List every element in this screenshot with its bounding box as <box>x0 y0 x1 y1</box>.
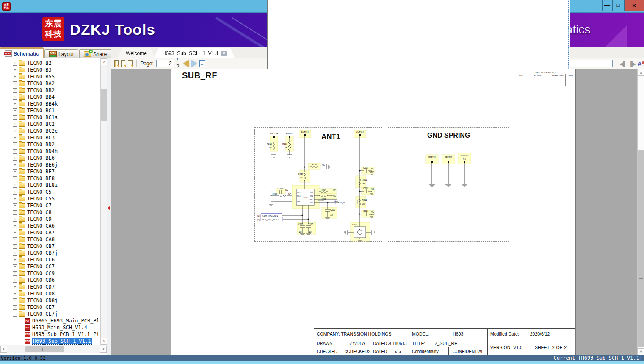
expand-plus-icon[interactable]: + <box>13 183 17 188</box>
tree-folder-row[interactable]: + TECNO BC1 <box>0 107 100 114</box>
tree-folder-row[interactable]: + TECNO CA8 <box>0 236 100 243</box>
find-next-icon[interactable]: ▐▶ <box>629 61 635 67</box>
tree-folder-row[interactable]: + TECNO BE6 <box>0 155 100 161</box>
expand-plus-icon[interactable]: + <box>13 149 17 154</box>
find-previous-icon[interactable]: ◀▌ <box>619 61 626 67</box>
tree-hscrollbar-thumb[interactable] <box>25 346 64 352</box>
tree-file-row[interactable]: PDF D6865_H693_Main_PCB_Place <box>0 317 100 324</box>
copy-page-alt-icon[interactable] <box>128 60 132 67</box>
expand-plus-icon[interactable]: + <box>13 102 17 106</box>
tree-file-row-selected[interactable]: PDF H693_Sub_SCH_1_V1.1 <box>0 338 100 345</box>
tree-folder-row[interactable]: + TECNO C7 <box>0 202 100 209</box>
tree-folder-row[interactable]: + TECNO CE7 <box>0 304 100 311</box>
document-scrollbar-thumb[interactable] <box>638 150 644 347</box>
expand-plus-icon[interactable]: + <box>13 163 17 167</box>
tree-folder-row[interactable]: + TECNO B5S <box>0 73 100 80</box>
tree-folder-row[interactable]: + TECNO C5 <box>0 189 100 195</box>
tree-folder-row[interactable]: + TECNO BD2 <box>0 141 100 148</box>
tree-horizontal-scrollbar[interactable]: < > <box>0 345 107 353</box>
panel-splitter[interactable] <box>107 58 111 355</box>
scroll-up-icon[interactable]: ∧ <box>101 58 108 65</box>
expand-plus-icon[interactable]: + <box>13 122 17 127</box>
scroll-up-icon[interactable]: ∧ <box>638 69 644 76</box>
collapse-minus-icon[interactable]: − <box>13 312 17 317</box>
expand-plus-icon[interactable]: + <box>13 169 17 174</box>
tree-folder-row[interactable]: + TECNO BD4h <box>0 148 100 155</box>
maximize-button[interactable]: □ <box>612 0 624 11</box>
expand-plus-icon[interactable]: + <box>13 197 17 201</box>
minimize-button[interactable]: — <box>602 0 612 11</box>
tree-folder-row[interactable]: + TECNO CC9 <box>0 270 100 277</box>
doc-tab-welcome[interactable]: Welcome <box>117 48 155 58</box>
expand-plus-icon[interactable]: + <box>13 278 17 283</box>
document-viewport[interactable]: SUB_RF REVISION RECORD LTR ECN NO. APPRO… <box>111 69 637 355</box>
tree-folder-row[interactable]: + TECNO BC3 <box>0 134 100 141</box>
expand-plus-icon[interactable]: + <box>13 129 17 133</box>
expand-plus-icon[interactable]: + <box>13 285 17 289</box>
expand-plus-icon[interactable]: + <box>13 210 17 215</box>
tree-folder-row[interactable]: + TECNO CD6 <box>0 277 100 283</box>
expand-plus-icon[interactable]: + <box>13 68 17 72</box>
tree-folder-row[interactable]: + TECNO BE8 <box>0 175 100 182</box>
tree-vertical-scrollbar[interactable]: ∧ ∨ <box>100 58 107 345</box>
tree-scrollbar-thumb[interactable] <box>101 89 107 121</box>
tree-folder-row[interactable]: + TECNO CB7j <box>0 250 100 256</box>
tree-folder-row[interactable]: + TECNO CA6 <box>0 222 100 229</box>
tree-folder-row[interactable]: + TECNO BA2 <box>0 80 100 87</box>
tree-folder-row[interactable]: + TECNO BB2 <box>0 87 100 94</box>
tree-file-row[interactable]: PDF H693_Main_SCH_V1.4 <box>0 324 100 331</box>
tree-folder-row[interactable]: + TECNO BC2 <box>0 121 100 128</box>
document-vertical-scrollbar[interactable]: ∧ ∨ <box>637 69 644 355</box>
expand-plus-icon[interactable]: + <box>13 95 17 100</box>
font-size-icon[interactable]: Aa <box>638 60 644 67</box>
scroll-down-icon[interactable]: ∨ <box>101 338 108 345</box>
expand-plus-icon[interactable]: + <box>13 190 17 195</box>
page-number-input[interactable] <box>156 60 174 67</box>
tree-folder-row-open[interactable]: − TECNO CE7j <box>0 311 100 317</box>
expand-plus-icon[interactable]: + <box>13 108 17 113</box>
tree-folder-row[interactable]: + TECNO C8 <box>0 209 100 216</box>
collapse-panel-icon[interactable] <box>108 206 110 210</box>
tree-folder-row[interactable]: + TECNO CD7 <box>0 283 100 290</box>
fit-width-icon[interactable]: ↔ <box>199 60 205 67</box>
tree-folder-row[interactable]: + TECNO B2 <box>0 60 100 67</box>
close-button[interactable]: × <box>624 0 644 11</box>
expand-plus-icon[interactable]: + <box>13 264 17 269</box>
tree-folder-row[interactable]: + TECNO CC7 <box>0 263 100 270</box>
doc-tab-close-icon[interactable]: × <box>221 51 227 56</box>
tree-folder-row[interactable]: + TECNO C5S <box>0 195 100 202</box>
next-page-icon[interactable] <box>191 60 197 67</box>
expand-plus-icon[interactable]: + <box>13 244 17 249</box>
expand-plus-icon[interactable]: + <box>13 258 17 262</box>
tree-folder-row[interactable]: + TECNO B3 <box>0 67 100 73</box>
expand-plus-icon[interactable]: + <box>13 298 17 303</box>
tree-folder-row[interactable]: + TECNO C9 <box>0 216 100 222</box>
prev-page-icon[interactable] <box>183 60 189 67</box>
tab-layout[interactable]: PADS Layout <box>44 49 78 58</box>
scroll-right-icon[interactable]: > <box>100 346 107 353</box>
expand-plus-icon[interactable]: + <box>13 231 17 235</box>
expand-plus-icon[interactable]: + <box>13 305 17 310</box>
tree-folder-row[interactable]: + TECNO BC1s <box>0 114 100 121</box>
tree-folder-row[interactable]: + TECNO CB7 <box>0 243 100 250</box>
expand-plus-icon[interactable]: + <box>13 224 17 228</box>
tree-folder-row[interactable]: + TECNO CD8 <box>0 290 100 297</box>
scroll-down-icon[interactable]: ∨ <box>638 348 644 355</box>
copy-page-icon[interactable] <box>121 60 125 67</box>
tree-folder-row[interactable]: + TECNO CD8j <box>0 297 100 304</box>
scroll-left-icon[interactable]: < <box>0 346 7 353</box>
expand-plus-icon[interactable]: + <box>13 88 17 93</box>
tree-folder-row[interactable]: + TECNO BE6j <box>0 161 100 168</box>
expand-plus-icon[interactable]: + <box>13 142 17 147</box>
expand-plus-icon[interactable]: + <box>13 115 17 120</box>
expand-plus-icon[interactable]: + <box>13 271 17 276</box>
expand-plus-icon[interactable]: + <box>13 292 17 296</box>
tree-folder-row[interactable]: + TECNO BB4k <box>0 100 100 107</box>
expand-plus-icon[interactable]: + <box>13 81 17 86</box>
tree-folder-row[interactable]: + TECNO CC6 <box>0 256 100 263</box>
expand-plus-icon[interactable]: + <box>13 75 17 79</box>
tree-folder-row[interactable]: + TECNO BC2c <box>0 128 100 134</box>
tree-folder-row[interactable]: + TECNO BB4 <box>0 94 100 100</box>
tree-folder-row[interactable]: + TECNO CA7 <box>0 229 100 236</box>
expand-plus-icon[interactable]: + <box>13 237 17 242</box>
